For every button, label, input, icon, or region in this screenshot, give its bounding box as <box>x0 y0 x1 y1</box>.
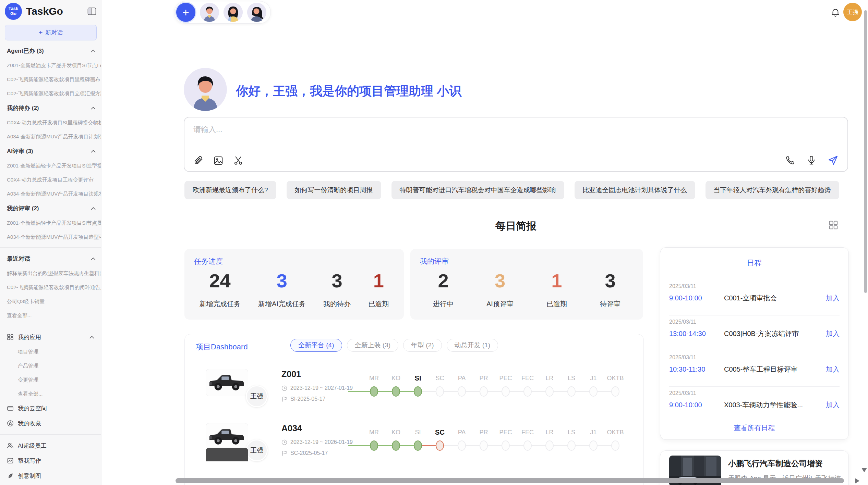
milestone-dot <box>589 440 598 451</box>
milestone-dot <box>370 440 378 451</box>
app-link-project-mgmt[interactable]: 项目管理 <box>0 345 101 359</box>
scroll-right-arrow-icon[interactable] <box>855 478 859 484</box>
suggestion-chip[interactable]: 如何写一份清晰的项目周报 <box>287 181 381 199</box>
milestone-label: MR <box>363 428 385 437</box>
sidebar-task-item[interactable]: C0X4-动力总成开发项目SI里程碑提交物检查 <box>0 115 101 129</box>
view-all-apps-link[interactable]: 查看全部... <box>0 387 101 401</box>
sidebar-task-item[interactable]: A034-全新新能源MUV产品开发项目计划变更表编写 <box>0 129 101 144</box>
sidebar-task-item[interactable]: Z001-全新燃油皮卡产品开发项目SI节点Lesson Learn报告 <box>0 58 101 72</box>
chat-input[interactable]: 请输入... <box>184 117 848 172</box>
grid-icon <box>7 334 14 340</box>
member-avatar[interactable] <box>224 3 243 22</box>
sidebar-item-my-apps[interactable]: 我的应用 <box>0 329 101 345</box>
join-meeting-link[interactable]: 加入 <box>826 365 840 374</box>
sidebar-item-ai-employee[interactable]: AI超级员工 <box>0 438 101 453</box>
sidebar-item-cloud-space[interactable]: 我的云空间 <box>0 401 101 416</box>
project-row[interactable]: 王强 A034 2023-12-19 ~ 2026-01-19 SC-2025-… <box>185 418 643 472</box>
dashboard-tab[interactable]: 全新上装 (3) <box>347 339 399 352</box>
pickup-truck-icon <box>206 423 248 450</box>
attachment-icon[interactable] <box>193 156 204 166</box>
section-header-my-review[interactable]: 我的评审 (2) <box>0 201 101 216</box>
suggestion-chip[interactable]: 当下年轻人对汽车外观有怎样的喜好趋势 <box>706 181 839 199</box>
chevron-up-icon <box>91 150 96 153</box>
view-all-schedule-link[interactable]: 查看所有日程 <box>660 423 848 433</box>
scroll-down-arrow-icon[interactable] <box>861 468 867 472</box>
milestone-label: KO <box>385 428 407 437</box>
member-avatar[interactable] <box>247 3 266 22</box>
dashboard-tab[interactable]: 动总开发 (1) <box>447 339 498 352</box>
milestone-label: PA <box>451 374 473 383</box>
add-member-button[interactable]: + <box>176 3 195 22</box>
join-meeting-link[interactable]: 加入 <box>826 294 840 303</box>
schedule-time: 9:00-10:00 <box>669 401 712 409</box>
stat: 3 新增AI完成任务 <box>258 271 306 309</box>
sidebar-task-item[interactable]: C02-飞腾新能源轻客改款项目里程碑画布 <box>0 72 101 86</box>
milestone-dot <box>502 386 510 397</box>
milestone-label: J1 <box>582 428 604 437</box>
join-meeting-link[interactable]: 加入 <box>826 329 840 338</box>
image-icon[interactable] <box>213 156 224 166</box>
schedule-item: 2025/03/11 9:00-10:00 X003-车辆动力学性能验... 加… <box>669 387 840 422</box>
schedule-item: 2025/03/11 13:00-14:30 C003|H0B-方案冻结评审 加… <box>669 315 840 351</box>
app-link-change-mgmt[interactable]: 变更管理 <box>0 373 101 387</box>
horizontal-scrollbar-thumb[interactable] <box>176 478 844 483</box>
milestone-label: OKTB <box>604 374 626 383</box>
project-row[interactable]: 王强 Z001 2023-12-19 ~ 2027-01-19 SI-2025-… <box>185 364 643 418</box>
microphone-icon[interactable] <box>806 155 817 165</box>
stat-label: 已逾期 <box>368 299 389 309</box>
dashboard-tab[interactable]: 全新平台 (4) <box>290 339 342 352</box>
milestone-dot <box>523 386 532 397</box>
join-meeting-link[interactable]: 加入 <box>826 400 840 410</box>
sidebar-top: Task Go TaskGo <box>0 0 101 23</box>
sidebar-item-favorites[interactable]: 我的收藏 <box>0 416 101 431</box>
app-logo: Task Go <box>5 3 22 20</box>
sidebar-item-creative-draw[interactable]: 创意制图 <box>0 468 101 483</box>
divider <box>0 434 101 435</box>
sidebar-task-item[interactable]: Z001-全新燃油轻卡产品开发项目SI节点属性5D文件评审 <box>0 216 101 230</box>
section-header-ai-review[interactable]: AI评审 (3) <box>0 144 101 159</box>
cloud-drive-icon <box>7 405 14 412</box>
section-header-recent-chats[interactable]: 最近对话 <box>0 251 101 266</box>
person-avatar-icon <box>247 3 266 22</box>
user-avatar[interactable]: 王强 <box>843 3 862 21</box>
sidebar-task-item[interactable]: Z001-全新燃油轻卡产品开发项目SI造型提交物评审 <box>0 159 101 173</box>
phone-call-icon[interactable] <box>785 155 795 165</box>
suggestion-chip[interactable]: 特朗普可能对进口汽车增税会对中国车企造成哪些影响 <box>391 181 564 199</box>
section-header-my-todo[interactable]: 我的待办 (2) <box>0 100 101 115</box>
milestone-label: PR <box>473 428 495 437</box>
stat-value: 3 <box>486 271 514 291</box>
section-title: Agent已办 (3) <box>7 47 44 55</box>
assistant-avatar <box>184 68 227 111</box>
recent-chat-item[interactable]: 解释最新出台的欧盟报废车法规再生塑料比例被调至15%... <box>0 266 101 280</box>
person-avatar-icon <box>224 3 243 22</box>
app-logo-line2: Go <box>10 11 16 16</box>
recent-chat-item[interactable]: C02-飞腾新能源轻客改款项目的闭环通告反馈情况 <box>0 280 101 294</box>
member-avatar[interactable] <box>200 3 219 22</box>
send-icon[interactable] <box>828 155 839 166</box>
scissors-icon[interactable] <box>233 156 243 166</box>
recent-chat-item[interactable]: 公司Q3轻卡销量 <box>0 294 101 308</box>
suggestion-chip[interactable]: 比亚迪全固态电池计划具体说了什么 <box>575 181 695 199</box>
sidebar-item-help-write[interactable]: 帮我写作 <box>0 453 101 468</box>
sidebar-collapse-icon[interactable] <box>87 7 96 15</box>
team-members-bar: + <box>174 1 271 24</box>
layout-grid-icon[interactable] <box>828 220 839 230</box>
dashboard-tab[interactable]: 年型 (2) <box>403 339 442 352</box>
section-header-agent-done[interactable]: Agent已办 (3) <box>0 43 101 58</box>
schedule-event-name: C003|H0B-方案冻结评审 <box>724 329 826 338</box>
vertical-scrollbar-thumb[interactable] <box>864 10 867 293</box>
star-badge-icon <box>7 420 14 427</box>
sidebar-task-item[interactable]: A034-全新新能源MUV产品开发项目法规符合性评审 <box>0 187 101 201</box>
sidebar-task-item[interactable]: A034-全新新能源MUV产品开发项目造型可行性评审 <box>0 230 101 244</box>
notification-bell-icon[interactable] <box>830 8 841 18</box>
new-chat-button[interactable]: + 新对话 <box>5 25 97 40</box>
project-image <box>206 369 248 396</box>
stat-value: 2 <box>433 271 454 291</box>
app-link-product-mgmt[interactable]: 产品管理 <box>0 359 101 373</box>
project-code: A034 <box>281 423 302 433</box>
app-title: TaskGo <box>26 5 87 17</box>
sidebar-task-item[interactable]: C0X4-动力总成开发项目工程变更评审 <box>0 173 101 187</box>
view-all-chats-link[interactable]: 查看全部... <box>0 308 101 322</box>
sidebar-task-item[interactable]: C02-飞腾新能源轻客改款项目立项汇报方案 <box>0 86 101 100</box>
suggestion-chip[interactable]: 欧洲新规最近颁布了什么? <box>184 181 276 199</box>
